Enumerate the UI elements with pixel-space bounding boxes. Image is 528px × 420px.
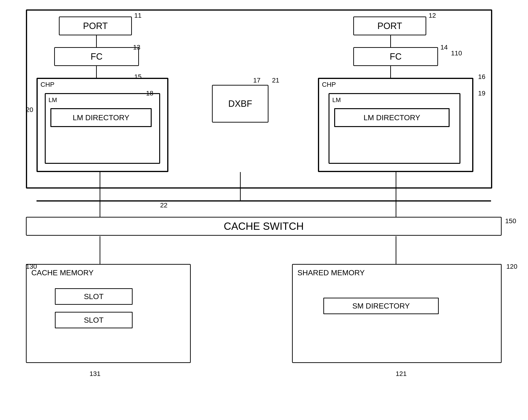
v-port-fc-left <box>96 35 97 47</box>
port-right-label: PORT <box>378 21 402 31</box>
ref-130: 130 <box>26 263 37 270</box>
ref-13: 13 <box>133 44 140 51</box>
internal-bus <box>36 200 491 201</box>
ref-121: 121 <box>396 370 407 378</box>
lm-left-box: LM LM DIRECTORY <box>45 93 160 164</box>
ref-120: 120 <box>506 263 517 270</box>
sm-dir-box: SM DIRECTORY <box>323 298 439 314</box>
slot-box-2: SLOT <box>55 312 132 328</box>
cache-switch-box: CACHE SWITCH <box>26 217 502 236</box>
lm-right-label: LM <box>332 96 341 104</box>
ref-15: 15 <box>134 73 142 81</box>
ref-150: 150 <box>505 217 516 225</box>
dxbf-box: DXBF <box>212 85 268 123</box>
chp-right-box: CHP LM LM DIRECTORY <box>318 78 473 172</box>
ref-131: 131 <box>89 370 101 378</box>
slot-box-1: SLOT <box>55 288 132 305</box>
v-connector-dxbf <box>240 172 241 200</box>
v-fc-chp-right <box>390 66 391 78</box>
shared-memory-label: SHARED MEMORY <box>298 269 365 277</box>
cache-memory-label: CACHE MEMORY <box>31 269 94 277</box>
ref-19: 19 <box>478 89 485 97</box>
fc-right-box: FC <box>353 47 438 66</box>
ref-17: 17 <box>253 77 261 84</box>
shared-memory-box: SHARED MEMORY SM DIRECTORY <box>292 264 502 363</box>
lm-dir-left-label: LM DIRECTORY <box>73 113 130 122</box>
ref-16: 16 <box>478 73 485 81</box>
cache-memory-box: CACHE MEMORY SLOT SLOT <box>26 264 191 363</box>
slot-1-label: SLOT <box>84 292 104 301</box>
lm-dir-right-box: LM DIRECTORY <box>334 108 450 127</box>
lm-dir-right-label: LM DIRECTORY <box>364 113 420 122</box>
ref-20: 20 <box>26 106 33 114</box>
v-connector-left-chp <box>100 172 100 200</box>
cache-switch-label: CACHE SWITCH <box>224 220 304 232</box>
ref-21: 21 <box>272 77 279 84</box>
ref-14: 14 <box>440 44 448 51</box>
v-connector-to-cache-mem <box>100 236 100 264</box>
sm-dir-label: SM DIRECTORY <box>352 302 410 310</box>
v-connector-right-chp <box>396 172 396 200</box>
lm-right-box: LM LM DIRECTORY <box>328 93 460 164</box>
port-left-label: PORT <box>83 21 108 31</box>
slot-2-label: SLOT <box>84 316 104 324</box>
ref-22: 22 <box>160 201 168 209</box>
dxbf-label: DXBF <box>228 99 252 109</box>
ref-12: 12 <box>429 12 436 19</box>
ref-11: 11 <box>134 12 142 19</box>
fc-right-label: FC <box>390 52 402 62</box>
lm-dir-left-box: LM DIRECTORY <box>50 108 152 127</box>
ref-110: 110 <box>451 49 462 57</box>
v-connector-to-shared-mem <box>396 236 396 264</box>
fc-left-label: FC <box>91 52 103 62</box>
chp-left-label: CHP <box>40 81 54 88</box>
port-left-box: PORT <box>59 16 132 35</box>
port-right-box: PORT <box>353 16 426 35</box>
ref-18: 18 <box>146 89 153 97</box>
v-fc-chp-left <box>96 66 97 78</box>
lm-left-label: LM <box>48 96 57 104</box>
v-port-fc-right <box>390 35 391 47</box>
fc-left-box: FC <box>54 47 139 66</box>
diagram: PORT 11 PORT 12 FC 13 FC 14 110 CHP LM L… <box>0 0 528 420</box>
chp-right-label: CHP <box>322 81 336 88</box>
